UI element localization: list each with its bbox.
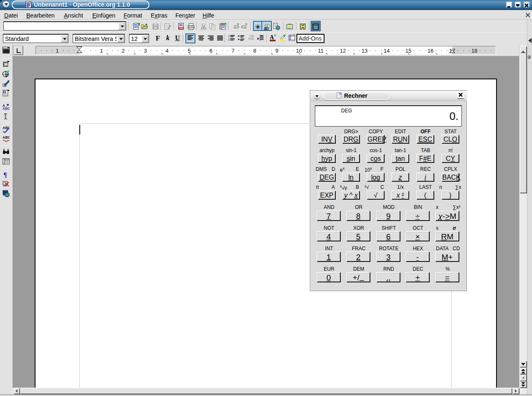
svg-text:A: A: [270, 34, 274, 41]
svg-text:¶: ¶: [3, 171, 7, 178]
svg-text:ABC: ABC: [3, 107, 10, 110]
svg-text:2: 2: [228, 38, 230, 41]
svg-text:ABC: ABC: [3, 135, 10, 140]
